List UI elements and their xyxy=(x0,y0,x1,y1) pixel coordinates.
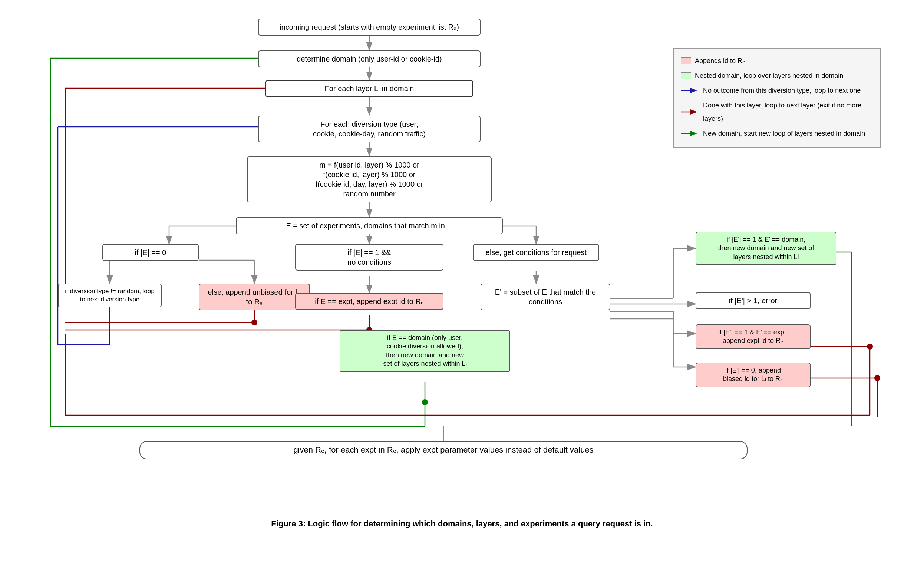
legend-item-dark-red: Done with this layer, loop to next layer… xyxy=(681,98,873,125)
box-if-e-0: if |E| == 0 xyxy=(102,244,199,261)
box-else-conditions: else, get conditions for request xyxy=(473,244,599,261)
diagram-container: incoming request (starts with empty expe… xyxy=(36,11,888,512)
box-if-e-domain-nested: if E == domain (only user, cookie divers… xyxy=(340,330,510,372)
legend-swatch-green xyxy=(681,72,691,79)
box-if-diversion-not-random: if diversion type != random, loop to nex… xyxy=(58,284,162,307)
box-set-e: E = set of experiments, domains that mat… xyxy=(236,217,503,234)
box-determine: determine domain (only user-id or cookie… xyxy=(258,51,481,67)
box-if-e-prime-1-domain: if |E'| == 1 & E' == domain, then new do… xyxy=(696,232,836,265)
box-for-each-diversion: For each diversion type (user, cookie, c… xyxy=(258,116,481,142)
legend-item-green: Nested domain, loop over layers nested i… xyxy=(681,69,873,82)
box-if-e-prime-1-expt: if |E'| == 1 & E' == expt, append expt i… xyxy=(696,324,811,349)
box-if-e-prime-0: if |E'| == 0, append biased id for Lᵢ to… xyxy=(696,363,811,388)
legend-item-green-arrow: New domain, start new loop of layers nes… xyxy=(681,127,873,140)
box-hash-fn: m = f(user id, layer) % 1000 or f(cookie… xyxy=(247,156,492,203)
legend-item-pink: Appends id to Rₑ xyxy=(681,54,873,67)
box-if-e-expt: if E == expt, append expt id to Rₑ xyxy=(295,293,443,310)
svg-point-58 xyxy=(874,375,880,381)
box-if-e-1: if |E| == 1 && no conditions xyxy=(295,244,443,271)
box-if-e-prime-gt1: if |E'| > 1, error xyxy=(696,292,811,309)
svg-point-57 xyxy=(867,343,873,350)
svg-point-54 xyxy=(422,399,428,405)
legend: Appends id to Rₑ Nested domain, loop ove… xyxy=(673,48,881,147)
legend-item-blue: No outcome from this diversion type, loo… xyxy=(681,84,873,97)
box-else-append-unbiased: else, append unbiased for Lᵢ to Rₑ xyxy=(199,284,310,310)
box-incoming: incoming request (starts with empty expe… xyxy=(258,18,481,36)
box-for-each-layer: For each layer Lᵢ in domain xyxy=(265,80,473,97)
box-final: given Rₑ, for each expt in Rₑ, apply exp… xyxy=(139,441,747,459)
svg-point-55 xyxy=(252,319,257,325)
legend-swatch-pink xyxy=(681,57,691,64)
figure-caption: Figure 3: Logic flow for determining whi… xyxy=(271,519,653,528)
box-e-prime-subset: E' = subset of E that match the conditio… xyxy=(481,284,610,310)
